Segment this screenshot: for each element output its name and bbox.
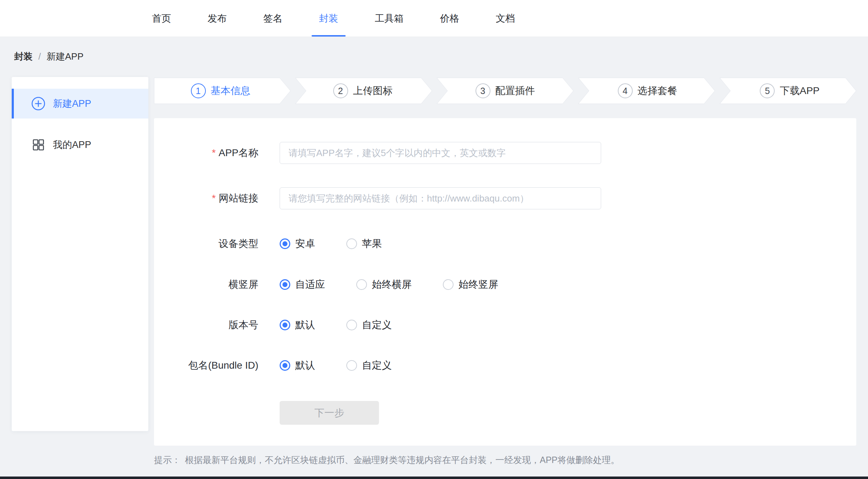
footer-strip	[0, 477, 868, 479]
sidebar-item-new-app[interactable]: 新建APP	[12, 89, 148, 119]
sidebar-item-my-app[interactable]: 我的APP	[12, 130, 148, 160]
radio-label: 安卓	[295, 237, 315, 250]
radio-label: 自定义	[362, 318, 392, 332]
site-url-input[interactable]	[280, 187, 601, 209]
step-4-select-plan: 4 选择套餐	[572, 78, 714, 104]
breadcrumb-current: 新建APP	[46, 50, 83, 63]
top-nav: 首页 发布 签名 封装 工具箱 价格 文档	[0, 0, 868, 37]
step-number: 4	[618, 83, 633, 98]
orientation-label: 横竖屏	[154, 278, 258, 291]
required-mark: *	[212, 147, 216, 158]
radio-version-default[interactable]: 默认	[280, 318, 315, 332]
radio-bundle-custom[interactable]: 自定义	[346, 359, 392, 372]
radio-always-landscape[interactable]: 始终横屏	[356, 278, 412, 291]
radio-selected-icon	[280, 279, 290, 290]
form-row-site-url: *网站链接	[154, 187, 856, 209]
app-name-label: *APP名称	[154, 146, 258, 160]
nav-item-publish[interactable]: 发布	[208, 0, 227, 37]
radio-version-custom[interactable]: 自定义	[346, 318, 392, 332]
nav-item-pricing[interactable]: 价格	[440, 0, 459, 37]
radio-label: 默认	[295, 359, 315, 372]
grid-icon	[31, 137, 46, 152]
app-name-input[interactable]	[280, 142, 601, 164]
step-number: 2	[333, 83, 348, 98]
radio-label: 默认	[295, 318, 315, 332]
required-mark: *	[212, 193, 216, 204]
site-url-label: *网站链接	[154, 192, 258, 205]
circle-plus-icon	[31, 96, 46, 111]
form-row-orientation: 横竖屏 自适应 始终横屏 始终竖屏	[154, 277, 856, 292]
radio-unselected-icon	[443, 279, 454, 290]
form-row-app-name: *APP名称	[154, 142, 856, 164]
nav-item-docs[interactable]: 文档	[496, 0, 515, 37]
form-card: *APP名称 *网站链接 设备类型 安卓 苹果 横竖屏	[154, 118, 856, 446]
radio-always-portrait[interactable]: 始终竖屏	[443, 278, 498, 291]
radio-label: 始终竖屏	[458, 278, 498, 291]
steps-bar: 1 基本信息 2 上传图标 3 配置插件 4 选择套餐 5 下载APP	[154, 78, 856, 104]
next-step-button[interactable]: 下一步	[280, 401, 379, 425]
radio-label: 自定义	[362, 359, 392, 372]
radio-unselected-icon	[356, 279, 367, 290]
radio-label: 自适应	[295, 278, 325, 291]
radio-ios[interactable]: 苹果	[346, 237, 382, 250]
nav-item-home[interactable]: 首页	[152, 0, 171, 37]
radio-auto-orientation[interactable]: 自适应	[280, 278, 325, 291]
platform-rule-tip: 提示： 根据最新平台规则，不允许区块链虚拟币、金融理财类等违规内容在平台封装，一…	[154, 454, 620, 466]
breadcrumb-section[interactable]: 封装	[14, 50, 33, 63]
radio-unselected-icon	[346, 320, 357, 330]
form-row-device-type: 设备类型 安卓 苹果	[154, 237, 856, 251]
radio-label: 苹果	[362, 237, 382, 250]
step-2-upload-icon: 2 上传图标	[287, 78, 429, 104]
sidebar-item-label: 新建APP	[53, 97, 91, 110]
version-label: 版本号	[154, 318, 258, 332]
nav-item-package[interactable]: 封装	[319, 0, 338, 37]
nav-item-sign[interactable]: 签名	[263, 0, 282, 37]
step-1-basic-info: 1 基本信息	[154, 78, 287, 104]
sidebar-item-label: 我的APP	[53, 138, 91, 151]
step-number: 3	[476, 83, 490, 98]
step-label: 配置插件	[495, 84, 535, 98]
radio-selected-icon	[280, 320, 290, 330]
bundle-id-label: 包名(Bundle ID)	[154, 359, 258, 372]
tip-label: 提示：	[154, 454, 181, 466]
step-number: 5	[760, 83, 775, 98]
form-row-version: 版本号 默认 自定义	[154, 318, 856, 332]
sidebar: 新建APP 我的APP	[12, 77, 148, 431]
radio-selected-icon	[280, 360, 290, 371]
radio-bundle-default[interactable]: 默认	[280, 359, 315, 372]
step-label: 基本信息	[211, 84, 251, 98]
step-label: 选择套餐	[638, 84, 677, 98]
step-3-configure-plugins: 3 配置插件	[429, 78, 572, 104]
radio-label: 始终横屏	[372, 278, 412, 291]
device-type-label: 设备类型	[154, 237, 258, 250]
form-row-bundle-id: 包名(Bundle ID) 默认 自定义	[154, 358, 856, 373]
tip-text: 根据最新平台规则，不允许区块链虚拟币、金融理财类等违规内容在平台封装，一经发现，…	[185, 454, 620, 466]
breadcrumb: 封装 / 新建APP	[14, 50, 83, 63]
radio-selected-icon	[280, 238, 290, 249]
radio-unselected-icon	[346, 238, 357, 249]
step-label: 下载APP	[780, 84, 819, 98]
step-label: 上传图标	[353, 84, 393, 98]
radio-android[interactable]: 安卓	[280, 237, 315, 250]
step-5-download-app: 5 下载APP	[714, 78, 856, 104]
nav-item-toolbox[interactable]: 工具箱	[375, 0, 403, 37]
radio-unselected-icon	[346, 360, 357, 371]
step-number: 1	[191, 83, 206, 98]
breadcrumb-separator: /	[38, 51, 41, 62]
